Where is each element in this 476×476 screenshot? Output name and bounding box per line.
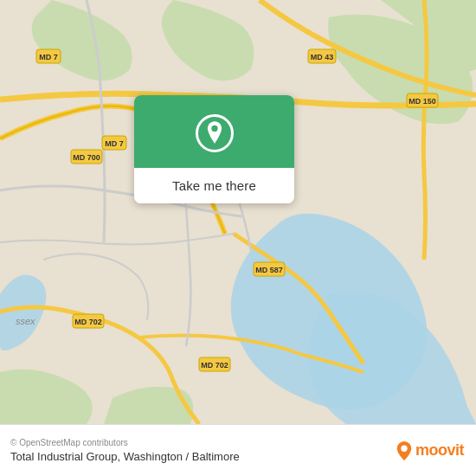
location-pin-icon <box>205 121 224 145</box>
svg-text:MD 700: MD 700 <box>73 153 100 162</box>
map-background: MD 7 MD 7 MD 700 MD 43 MD 150 MD 587 MD … <box>0 0 476 424</box>
popup-card: Take me there <box>134 95 294 203</box>
svg-point-18 <box>211 125 217 132</box>
svg-text:ssex: ssex <box>16 316 35 326</box>
svg-text:MD 7: MD 7 <box>39 53 58 61</box>
svg-text:MD 43: MD 43 <box>311 53 334 61</box>
moovit-logo: moovit <box>396 441 464 460</box>
svg-text:MD 587: MD 587 <box>255 266 283 274</box>
svg-text:MD 7: MD 7 <box>105 139 124 148</box>
map-container: MD 7 MD 7 MD 700 MD 43 MD 150 MD 587 MD … <box>0 0 476 424</box>
location-icon-circle <box>196 114 234 152</box>
svg-text:MD 702: MD 702 <box>74 318 102 326</box>
popup-green-area <box>134 95 294 168</box>
svg-text:MD 150: MD 150 <box>408 97 436 106</box>
svg-text:MD 702: MD 702 <box>201 361 228 370</box>
take-me-there-button[interactable]: Take me there <box>134 168 294 203</box>
moovit-pin-icon <box>396 441 412 460</box>
moovit-text: moovit <box>415 441 464 460</box>
svg-point-19 <box>401 445 407 451</box>
bottom-bar: © OpenStreetMap contributors Total Indus… <box>0 424 476 476</box>
